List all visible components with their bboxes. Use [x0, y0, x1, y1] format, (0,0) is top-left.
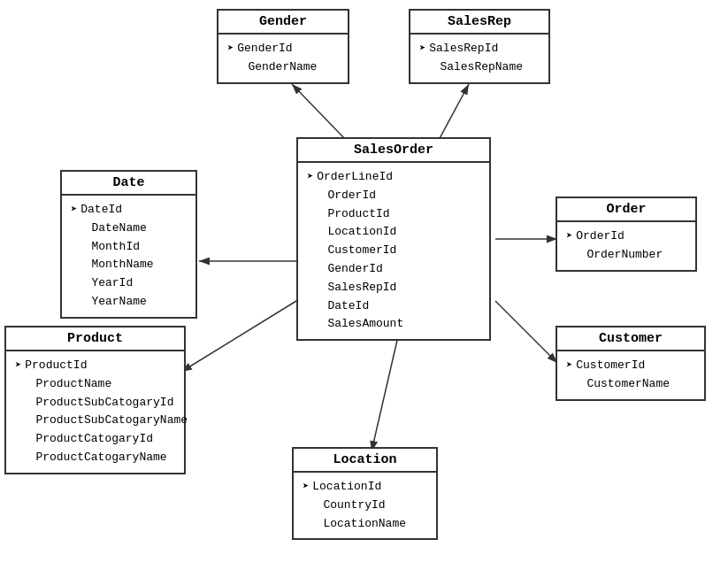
gender-pk-icon: ➤ [227, 41, 234, 58]
gender-body: ➤ GenderId GenderName [218, 35, 348, 82]
customer-entity: Customer ➤ CustomerId CustomerName [556, 326, 706, 401]
date-pk-icon: ➤ [71, 202, 77, 219]
svg-line-6 [495, 301, 557, 363]
date-title: Date [62, 172, 195, 196]
gender-field-0: GenderId [237, 40, 292, 58]
product-field-1: ProductName [15, 375, 175, 394]
location-pk-icon: ➤ [303, 479, 309, 496]
salesorder-field-5: GenderId [307, 260, 480, 279]
customer-field-1: CustomerName [566, 375, 695, 394]
product-field-3: ProductSubCatogaryName [15, 412, 175, 430]
customer-title: Customer [557, 328, 704, 351]
date-pk-row: ➤ DateId [71, 201, 187, 220]
salesorder-entity: SalesOrder ➤ OrderLineId OrderId Product… [296, 137, 491, 341]
salesrep-pk-row: ➤ SalesRepId [419, 40, 540, 58]
customer-field-0: CustomerId [576, 357, 645, 375]
salesrep-entity: SalesRep ➤ SalesRepId SalesRepName [409, 9, 550, 84]
salesorder-field-4: CustomerId [307, 242, 480, 260]
product-field-5: ProductCatogaryName [15, 449, 175, 467]
salesrep-pk-icon: ➤ [419, 41, 425, 58]
salesorder-field-1: OrderId [307, 187, 480, 205]
customer-body: ➤ CustomerId CustomerName [557, 351, 704, 399]
order-title: Order [557, 198, 695, 222]
date-body: ➤ DateId DateName MonthId MonthName Year… [62, 196, 195, 317]
location-pk-row: ➤ LocationId [303, 478, 427, 497]
customer-pk-icon: ➤ [566, 358, 572, 374]
customer-pk-row: ➤ CustomerId [566, 357, 695, 375]
location-body: ➤ LocationId CountryId LocationName [294, 473, 436, 538]
date-field-3: MonthName [71, 256, 187, 274]
diagram-container: Gender ➤ GenderId GenderName SalesRep ➤ … [0, 0, 728, 578]
order-field-1: OrderNumber [566, 246, 686, 265]
salesrep-title: SalesRep [410, 11, 548, 35]
salesorder-field-6: SalesRepId [307, 279, 480, 297]
salesorder-pk-row: ➤ OrderLineId [307, 168, 480, 187]
salesorder-field-0: OrderLineId [317, 168, 393, 187]
svg-line-5 [181, 301, 296, 372]
svg-line-7 [372, 336, 398, 451]
date-field-1: DateName [71, 220, 187, 238]
salesorder-field-8: SalesAmount [307, 315, 480, 334]
gender-entity: Gender ➤ GenderId GenderName [217, 9, 349, 84]
salesrep-field-1: SalesRepName [419, 58, 540, 77]
date-field-5: YearName [71, 293, 187, 312]
product-title: Product [6, 328, 184, 351]
date-field-2: MonthId [71, 238, 187, 257]
salesrep-body: ➤ SalesRepId SalesRepName [410, 35, 548, 82]
product-field-2: ProductSubCatogaryId [15, 394, 175, 412]
location-entity: Location ➤ LocationId CountryId Location… [292, 447, 438, 540]
salesorder-field-7: DateId [307, 297, 480, 316]
product-body: ➤ ProductId ProductName ProductSubCatoga… [6, 351, 184, 473]
product-pk-icon: ➤ [15, 358, 21, 374]
location-field-2: LocationName [303, 515, 427, 534]
gender-pk-row: ➤ GenderId [227, 40, 339, 58]
date-entity: Date ➤ DateId DateName MonthId MonthName… [60, 170, 197, 319]
location-field-1: CountryId [303, 497, 427, 515]
product-entity: Product ➤ ProductId ProductName ProductS… [4, 326, 186, 474]
order-entity: Order ➤ OrderId OrderNumber [556, 197, 697, 272]
product-pk-row: ➤ ProductId [15, 357, 175, 375]
salesorder-pk-icon: ➤ [307, 169, 313, 186]
salesorder-body: ➤ OrderLineId OrderId ProductId Location… [298, 163, 489, 339]
date-field-4: YearId [71, 274, 187, 293]
order-field-0: OrderId [576, 227, 625, 246]
salesorder-title: SalesOrder [298, 139, 489, 163]
salesorder-field-3: LocationId [307, 223, 480, 242]
order-body: ➤ OrderId OrderNumber [557, 222, 695, 270]
gender-field-1: GenderName [227, 58, 339, 77]
salesorder-field-2: ProductId [307, 205, 480, 224]
salesrep-field-0: SalesRepId [429, 40, 498, 58]
location-title: Location [294, 449, 436, 473]
order-pk-icon: ➤ [566, 228, 572, 245]
order-pk-row: ➤ OrderId [566, 227, 686, 246]
date-field-0: DateId [80, 201, 122, 220]
gender-title: Gender [218, 11, 348, 35]
location-field-0: LocationId [312, 478, 381, 497]
product-field-0: ProductId [25, 357, 87, 375]
product-field-4: ProductCatogaryId [15, 430, 175, 449]
